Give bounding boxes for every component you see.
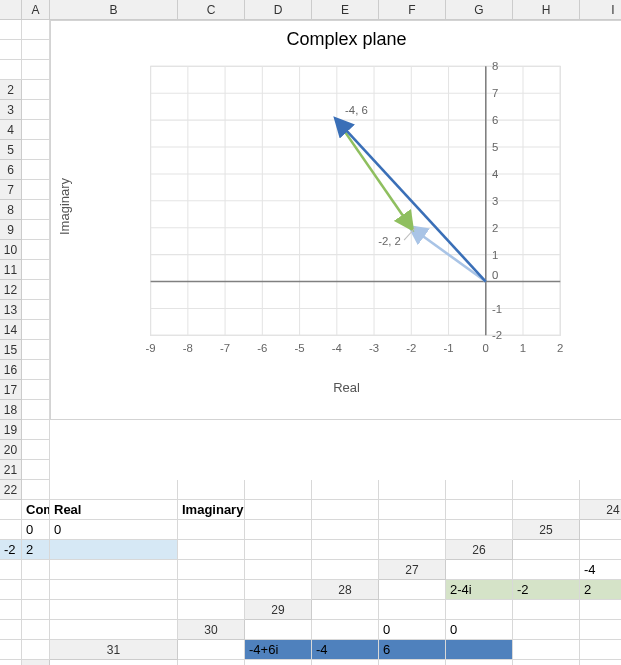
cell-G29[interactable]: [0, 620, 22, 640]
cell-I31[interactable]: [0, 660, 22, 665]
cell-F30[interactable]: [580, 620, 621, 640]
row-header-30[interactable]: 30: [178, 620, 245, 640]
cell-C30[interactable]: 0: [379, 620, 446, 640]
row-header-22[interactable]: 22: [0, 480, 22, 500]
col-header-D[interactable]: D: [245, 0, 312, 20]
cell-B24[interactable]: [0, 520, 22, 540]
row-header-6[interactable]: 6: [0, 160, 22, 180]
cell-F31[interactable]: [513, 640, 580, 660]
cell-E1[interactable]: [22, 40, 50, 60]
row-header-9[interactable]: 9: [0, 220, 22, 240]
cell-F25[interactable]: [178, 540, 245, 560]
cell-C23[interactable]: Real: [50, 500, 178, 520]
cell-G22[interactable]: [446, 480, 513, 500]
row-header-3[interactable]: 3: [0, 100, 22, 120]
cell-E27[interactable]: [0, 580, 22, 600]
cell-F27[interactable]: [22, 580, 50, 600]
cell-H23[interactable]: [446, 500, 513, 520]
cell-H27[interactable]: [178, 580, 245, 600]
row-header-10[interactable]: 10: [0, 240, 22, 260]
cell-G27[interactable]: [50, 580, 178, 600]
row-header-15[interactable]: 15: [0, 340, 22, 360]
cell-C28[interactable]: -2: [513, 580, 580, 600]
cell-H30[interactable]: [0, 640, 22, 660]
cell-D26[interactable]: [0, 560, 22, 580]
cell-B26[interactable]: [580, 540, 621, 560]
cell-A9[interactable]: [22, 220, 50, 240]
row-header-2[interactable]: 2: [0, 80, 22, 100]
cell-A20[interactable]: [22, 440, 50, 460]
cell-I23[interactable]: [513, 500, 580, 520]
cell-E25[interactable]: [50, 540, 178, 560]
cell-G1[interactable]: [0, 60, 22, 80]
cell-E31[interactable]: [446, 640, 513, 660]
cell-A28[interactable]: [379, 580, 446, 600]
cell-C32[interactable]: [245, 660, 312, 665]
cell-B32[interactable]: [178, 660, 245, 665]
cell-A16[interactable]: [22, 360, 50, 380]
cell-A5[interactable]: [22, 140, 50, 160]
row-header-14[interactable]: 14: [0, 320, 22, 340]
cell-A1[interactable]: [0, 20, 22, 40]
cell-I26[interactable]: [312, 560, 379, 580]
cell-G25[interactable]: [245, 540, 312, 560]
cell-H22[interactable]: [513, 480, 580, 500]
chart-container[interactable]: Complex plane Imaginary: [50, 20, 621, 420]
cell-A27[interactable]: [446, 560, 513, 580]
cell-A3[interactable]: [22, 100, 50, 120]
cell-E24[interactable]: [178, 520, 245, 540]
cell-D24[interactable]: 0: [50, 520, 178, 540]
cell-B29[interactable]: [379, 600, 446, 620]
col-header-A[interactable]: A: [22, 0, 50, 20]
col-header-G[interactable]: G: [446, 0, 513, 20]
cell-E30[interactable]: [513, 620, 580, 640]
cell-H29[interactable]: [22, 620, 50, 640]
cell-A30[interactable]: [245, 620, 312, 640]
row-header-19[interactable]: 19: [0, 420, 22, 440]
cell-C31[interactable]: -4: [312, 640, 379, 660]
cell-B22[interactable]: [50, 480, 178, 500]
cell-D31[interactable]: 6: [379, 640, 446, 660]
row-header-7[interactable]: 7: [0, 180, 22, 200]
cell-F26[interactable]: [50, 560, 178, 580]
cell-B30[interactable]: [312, 620, 379, 640]
cell-I29[interactable]: [50, 620, 178, 640]
row-header-17[interactable]: 17: [0, 380, 22, 400]
cell-D28[interactable]: 2: [580, 580, 621, 600]
cell-A13[interactable]: [22, 300, 50, 320]
cell-A18[interactable]: [22, 400, 50, 420]
cell-A11[interactable]: [22, 260, 50, 280]
cell-I24[interactable]: [446, 520, 513, 540]
cell-I25[interactable]: [379, 540, 446, 560]
row-header-8[interactable]: 8: [0, 200, 22, 220]
cell-B31[interactable]: -4+6i: [245, 640, 312, 660]
col-header-B[interactable]: B: [50, 0, 178, 20]
cell-G31[interactable]: [580, 640, 621, 660]
cell-A6[interactable]: [22, 160, 50, 180]
row-header-28[interactable]: 28: [312, 580, 379, 600]
cell-A21[interactable]: [22, 460, 50, 480]
row-header-27[interactable]: 27: [379, 560, 446, 580]
col-header-I[interactable]: I: [580, 0, 621, 20]
row-header-5[interactable]: 5: [0, 140, 22, 160]
cell-A10[interactable]: [22, 240, 50, 260]
row-header-20[interactable]: 20: [0, 440, 22, 460]
cell-I28[interactable]: [178, 600, 245, 620]
cell-A2[interactable]: [22, 80, 50, 100]
col-header-C[interactable]: C: [178, 0, 245, 20]
cell-A25[interactable]: [580, 520, 621, 540]
row-header-4[interactable]: 4: [0, 120, 22, 140]
cell-A22[interactable]: [22, 480, 50, 500]
cell-H24[interactable]: [379, 520, 446, 540]
row-header-31[interactable]: 31: [50, 640, 178, 660]
row-header-24[interactable]: 24: [580, 500, 621, 520]
cell-A12[interactable]: [22, 280, 50, 300]
select-all-corner[interactable]: [0, 0, 22, 20]
cell-D30[interactable]: 0: [446, 620, 513, 640]
cell-A31[interactable]: [178, 640, 245, 660]
col-header-H[interactable]: H: [513, 0, 580, 20]
cell-D1[interactable]: [0, 40, 22, 60]
cell-I22[interactable]: [580, 480, 621, 500]
cell-C22[interactable]: [178, 480, 245, 500]
cell-A14[interactable]: [22, 320, 50, 340]
